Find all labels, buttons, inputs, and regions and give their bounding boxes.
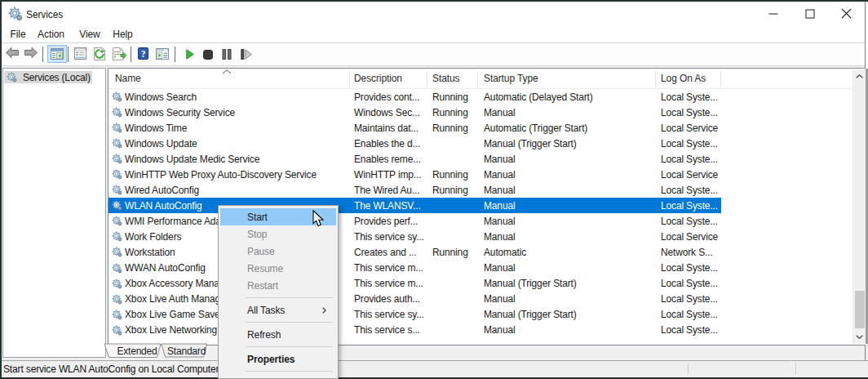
show-console-tree-button[interactable] <box>47 45 67 63</box>
cell-description: Maintains dat... <box>354 122 418 134</box>
tree-item-services-local[interactable]: Services (Local) <box>4 71 92 83</box>
cell-description: The Wired Au... <box>354 184 419 196</box>
sort-ascending-icon <box>222 69 232 74</box>
column-separator[interactable] <box>655 71 656 87</box>
cell-startup-type: Manual <box>484 215 515 227</box>
cell-log-on-as: Local Service <box>661 122 718 134</box>
toolbar-separator <box>68 47 69 62</box>
services-app-icon <box>8 7 23 21</box>
submenu-arrow-icon <box>322 307 326 314</box>
scrollbar-thumb[interactable] <box>855 291 865 328</box>
cell-name: Xbox Live Game Save <box>125 309 220 321</box>
cell-startup-type: Manual <box>484 199 515 212</box>
column-header-startup-type[interactable]: Startup Type <box>484 73 538 85</box>
column-separator[interactable] <box>477 71 478 87</box>
cell-name: Xbox Live Auth Manager <box>125 293 228 305</box>
show-action-pane-button[interactable] <box>156 48 169 60</box>
cell-startup-type: Manual (Trigger Start) <box>484 309 577 321</box>
cell-name: Windows Update Medic Service <box>125 153 259 165</box>
column-header-description[interactable]: Description <box>354 73 402 85</box>
column-header-name[interactable]: Name <box>115 73 141 85</box>
column-separator[interactable] <box>720 71 721 87</box>
forward-icon <box>24 47 38 58</box>
cell-description: Provides cont... <box>354 91 419 103</box>
column-header-log-on-as[interactable]: Log On As <box>661 73 706 85</box>
pause-service-button[interactable] <box>222 49 232 60</box>
menu-help[interactable]: Help <box>112 29 134 41</box>
cell-description: Windows Sec... <box>354 106 420 118</box>
refresh-button[interactable] <box>93 47 106 60</box>
service-row-windows-update-medic-service[interactable]: Windows Update Medic Service Enables rem… <box>108 151 852 167</box>
properties-button[interactable] <box>74 47 86 60</box>
chevron-up-icon <box>856 74 863 78</box>
list-header: NameDescriptionStatusStartup TypeLog On … <box>108 69 866 89</box>
cell-log-on-as: Local Syste... <box>661 309 718 321</box>
cell-log-on-as: Local Service <box>661 230 718 243</box>
scroll-down-button[interactable] <box>853 330 866 344</box>
cell-startup-type: Manual <box>484 293 515 305</box>
maximize-button[interactable] <box>791 2 828 25</box>
column-separator[interactable] <box>427 71 427 87</box>
service-gear-icon <box>112 185 122 195</box>
service-gear-icon <box>112 169 122 180</box>
cell-description: Enables reme... <box>354 153 421 165</box>
context-menu-item-pause[interactable]: Pause <box>220 243 336 260</box>
stop-service-button[interactable] <box>203 50 213 60</box>
cell-log-on-as: Local Syste... <box>661 153 718 165</box>
cell-startup-type: Manual <box>484 168 515 181</box>
back-button[interactable] <box>6 47 19 58</box>
forward-button[interactable] <box>24 47 38 58</box>
service-row-winhttp-web-proxy-auto-discovery-service[interactable]: WinHTTP Web Proxy Auto-Discovery Service… <box>108 167 852 182</box>
vertical-scrollbar[interactable] <box>852 69 866 344</box>
context-menu-item-all-tasks[interactable]: All Tasks <box>220 301 336 319</box>
context-menu-item-stop[interactable]: Stop <box>220 225 336 243</box>
cell-description: Creates and ... <box>354 246 416 258</box>
cell-name: WLAN AutoConfig <box>125 199 202 212</box>
cell-startup-type: Manual <box>484 153 515 165</box>
service-gear-icon <box>112 123 122 133</box>
console-tree-pane: Services (Local) <box>2 68 106 358</box>
service-gear-icon <box>112 154 122 164</box>
column-separator[interactable] <box>349 71 350 87</box>
column-header-status[interactable]: Status <box>432 73 459 85</box>
cell-description: Provides auth... <box>354 293 420 305</box>
minimize-button[interactable] <box>755 2 791 25</box>
tab-standard[interactable]: Standard <box>167 346 205 357</box>
close-icon <box>841 8 852 19</box>
export-list-button[interactable] <box>113 47 126 60</box>
service-row-windows-security-service[interactable]: Windows Security Service Windows Sec... … <box>108 105 852 120</box>
service-row-wired-autoconfig[interactable]: Wired AutoConfig The Wired Au... Running… <box>108 182 852 198</box>
services-gears-icon <box>7 72 17 82</box>
service-row-windows-update[interactable]: Windows Update Enables the d... Manual (… <box>108 136 852 151</box>
menu-action[interactable]: Action <box>35 29 67 41</box>
window-title: Services <box>26 9 63 20</box>
service-row-windows-search[interactable]: Windows Search Provides cont... Running … <box>108 89 852 105</box>
title-bar[interactable]: Services <box>2 2 865 25</box>
menu-file[interactable]: File <box>10 29 26 41</box>
context-menu-item-restart[interactable]: Restart <box>220 277 336 294</box>
context-menu-separator <box>220 294 336 301</box>
properties-icon <box>74 47 86 60</box>
context-menu-item-refresh[interactable]: Refresh <box>220 326 336 343</box>
cell-description: Enables the d... <box>354 137 420 149</box>
context-menu-item-label: Stop <box>247 229 267 240</box>
context-menu-item-label: All Tasks <box>247 305 285 316</box>
cell-startup-type: Manual <box>484 230 515 243</box>
scroll-up-button[interactable] <box>853 69 866 83</box>
service-gear-icon <box>112 138 122 149</box>
pause-service-icon <box>222 49 232 60</box>
tab-extended[interactable]: Extended <box>116 346 158 357</box>
restart-service-button[interactable] <box>241 49 252 60</box>
start-service-button[interactable] <box>186 49 194 60</box>
menu-view[interactable]: View <box>78 29 101 41</box>
service-row-windows-time[interactable]: Windows Time Maintains dat... Running Au… <box>108 120 852 136</box>
cell-name: Wired AutoConfig <box>125 184 199 196</box>
close-button[interactable] <box>828 2 865 25</box>
cell-log-on-as: Local Syste... <box>661 262 718 274</box>
menu-bar: File Action View Help <box>2 25 865 43</box>
context-menu-item-resume[interactable]: Resume <box>220 260 336 277</box>
cell-description: This service sy... <box>354 230 424 243</box>
context-menu: Start Stop Pause Resume Restart All Task… <box>218 205 339 379</box>
context-menu-item-properties[interactable]: Properties <box>220 350 336 368</box>
help-button[interactable] <box>138 47 148 60</box>
